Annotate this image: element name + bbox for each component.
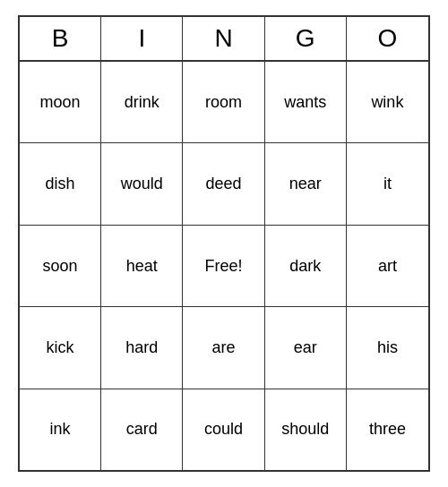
cell-r0-c3: wants	[265, 62, 347, 142]
cell-r0-c0: moon	[20, 62, 101, 142]
bingo-row: inkcardcouldshouldthree	[20, 389, 428, 470]
cell-r1-c1: would	[101, 143, 183, 224]
cell-r2-c4: art	[347, 226, 428, 306]
cell-r0-c4: wink	[347, 62, 428, 142]
cell-r4-c3: should	[265, 389, 347, 470]
cell-r4-c0: ink	[20, 389, 101, 470]
bingo-row: kickhardareearhis	[20, 307, 428, 389]
cell-r4-c2: could	[183, 389, 264, 470]
cell-r2-c1: heat	[101, 226, 183, 306]
cell-r1-c3: near	[265, 143, 347, 224]
cell-r4-c1: card	[101, 389, 183, 470]
cell-r3-c2: are	[183, 307, 264, 388]
header-letter: B	[20, 17, 101, 60]
bingo-card: BINGO moondrinkroomwantswinkdishwoulddee…	[18, 15, 430, 472]
cell-r0-c2: room	[183, 62, 264, 142]
cell-r2-c2: Free!	[183, 226, 264, 306]
header-letter: N	[183, 17, 264, 60]
cell-r2-c0: soon	[20, 226, 101, 306]
bingo-row: dishwoulddeednearit	[20, 143, 428, 225]
cell-r3-c1: hard	[101, 307, 183, 388]
cell-r0-c1: drink	[101, 62, 183, 142]
cell-r1-c2: deed	[183, 143, 264, 224]
bingo-row: soonheatFree!darkart	[20, 226, 428, 307]
bingo-row: moondrinkroomwantswink	[20, 62, 428, 143]
cell-r3-c0: kick	[20, 307, 101, 388]
bingo-header: BINGO	[20, 17, 428, 62]
header-letter: I	[101, 17, 183, 60]
cell-r3-c3: ear	[265, 307, 347, 388]
cell-r1-c4: it	[347, 143, 428, 224]
header-letter: O	[347, 17, 428, 60]
bingo-body: moondrinkroomwantswinkdishwoulddeedneari…	[20, 62, 428, 470]
cell-r1-c0: dish	[20, 143, 101, 224]
cell-r2-c3: dark	[265, 226, 347, 306]
cell-r4-c4: three	[347, 389, 428, 470]
cell-r3-c4: his	[347, 307, 428, 388]
header-letter: G	[265, 17, 347, 60]
